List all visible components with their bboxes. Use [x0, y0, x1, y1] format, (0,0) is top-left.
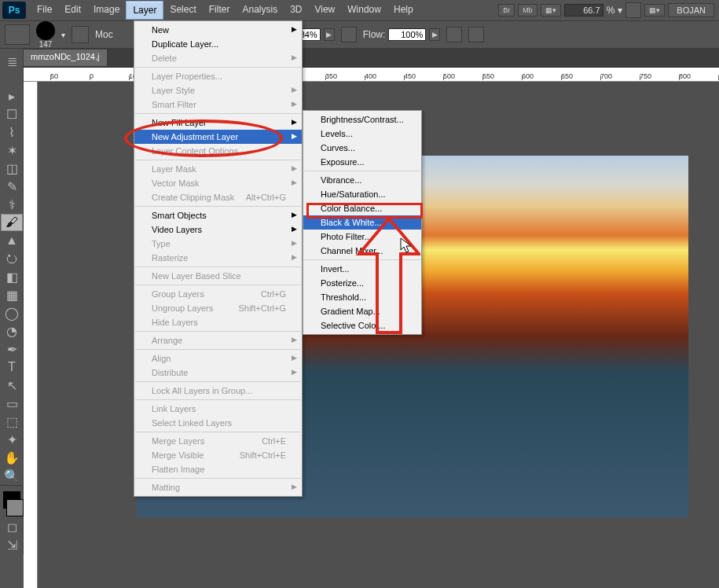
hand-tool[interactable]: ✋ [1, 449, 23, 466]
menuitem-select-linked-layers: Select Linked Layers [134, 416, 302, 430]
ps-handle-icon[interactable]: ≣ [1, 53, 23, 70]
subitem-color-balance-[interactable]: Color Balance... [303, 201, 421, 215]
menu-image[interactable]: Image [87, 1, 126, 20]
airbrush-icon[interactable] [446, 27, 462, 42]
menu-file[interactable]: File [31, 1, 58, 20]
path-tool[interactable]: ↖ [1, 377, 23, 394]
br-button[interactable]: Br [498, 4, 515, 17]
menuitem-smart-filter: Smart Filter▶ [134, 97, 302, 112]
document-tab-bar: mmzoNDc_1024.j [0, 49, 719, 68]
menuitem-layer-mask: Layer Mask▶ [134, 162, 302, 176]
flow-flyout-icon[interactable]: ▶ [429, 28, 440, 41]
brush-preset-icon[interactable] [5, 24, 30, 45]
menu-filter[interactable]: Filter [203, 1, 237, 20]
menuitem-new-adjustment-layer[interactable]: New Adjustment Layer▶ [134, 130, 302, 144]
history-brush-tool[interactable]: ⭮ [1, 250, 23, 267]
move-tool[interactable]: ▸ [1, 87, 23, 105]
menuitem-align: Align▶ [134, 351, 302, 366]
menuitem-delete: Delete▶ [134, 51, 302, 65]
quickmask-icon[interactable]: ◻ [1, 518, 23, 535]
subitem-levels-[interactable]: Levels... [303, 127, 421, 141]
menu-analysis[interactable]: Analysis [236, 1, 284, 20]
subitem-black-white-[interactable]: Black & White... [303, 215, 421, 230]
subitem-posterize-[interactable]: Posterize... [303, 276, 421, 290]
blur-tool[interactable]: ◯ [1, 304, 23, 322]
lasso-tool[interactable]: ⌇ [1, 123, 23, 141]
subitem-threshold-[interactable]: Threshold... [303, 290, 421, 304]
menuitem-matting: Matting▶ [134, 480, 302, 494]
mode-label: Moc [95, 29, 113, 40]
brush-tool[interactable]: 🖌 [1, 214, 23, 231]
menu-bar: Ps FileEditImageLayerSelectFilterAnalysi… [0, 0, 719, 20]
subitem-hue-saturation-[interactable]: Hue/Saturation... [303, 187, 421, 201]
menuitem-hide-layers: Hide Layers [134, 315, 302, 329]
options-bar: 147 ▾ Moc ▶ Flow: ▶ [0, 20, 719, 49]
3d-tool[interactable]: ⬚ [1, 413, 23, 430]
pen-tool[interactable]: ✒ [1, 340, 23, 358]
document-tab[interactable]: mmzoNDc_1024.j [22, 49, 108, 67]
adjustment-submenu: Brightness/Contrast...Levels...Curves...… [303, 110, 422, 335]
subitem-photo-filter-[interactable]: Photo Filter... [303, 230, 421, 244]
menu-3d[interactable]: 3D [284, 1, 308, 20]
menuitem-layer-properties-: Layer Properties... [134, 69, 302, 83]
subitem-vibrance-[interactable]: Vibrance... [303, 173, 421, 187]
view-tool-icon[interactable] [625, 2, 641, 18]
brush-panel-icon[interactable] [72, 26, 89, 43]
tablet-opacity-icon[interactable] [341, 27, 357, 42]
menuitem-lock-all-layers-in-group-: Lock All Layers in Group... [134, 384, 302, 398]
menuitem-new-fill-layer[interactable]: New Fill Layer▶ [134, 116, 302, 130]
menuitem-rasterize: Rasterize▶ [134, 251, 302, 265]
menu-select[interactable]: Select [163, 1, 202, 20]
screen-mode-button[interactable]: ▦▾ [644, 4, 665, 17]
user-label[interactable]: BOJAN [668, 3, 714, 17]
menuitem-vector-mask: Vector Mask▶ [134, 176, 302, 190]
ruler-vertical [24, 82, 38, 588]
subitem-gradient-map-[interactable]: Gradient Map... [303, 304, 421, 318]
mb-button[interactable]: Mb [518, 4, 537, 17]
menu-help[interactable]: Help [387, 1, 420, 20]
subitem-selective-color-[interactable]: Selective Color... [303, 318, 421, 333]
subitem-exposure-[interactable]: Exposure... [303, 155, 421, 169]
screenmode-icon[interactable]: ⇲ [1, 536, 23, 553]
crop-tool[interactable]: ◫ [1, 160, 23, 177]
menuitem-create-clipping-mask: Create Clipping MaskAlt+Ctrl+G [134, 190, 302, 204]
menuitem-merge-layers: Merge LayersCtrl+E [134, 434, 302, 448]
menuitem-link-layers: Link Layers [134, 402, 302, 416]
dodge-tool[interactable]: ◔ [1, 322, 23, 340]
subitem-curves-[interactable]: Curves... [303, 141, 421, 155]
menuitem-group-layers: Group LayersCtrl+G [134, 287, 302, 301]
menuitem-smart-objects[interactable]: Smart Objects▶ [134, 208, 302, 222]
magic-wand-tool[interactable]: ✶ [1, 141, 23, 159]
menu-window[interactable]: Window [341, 1, 387, 20]
tablet-size-icon[interactable] [468, 27, 484, 42]
menu-view[interactable]: View [308, 1, 341, 20]
3d-camera-tool[interactable]: ✦ [1, 431, 23, 448]
opacity-flyout-icon[interactable]: ▶ [324, 28, 335, 41]
shape-tool[interactable]: ▭ [1, 395, 23, 412]
menuitem-layer-style: Layer Style▶ [134, 83, 302, 97]
brush-size-picker[interactable]: 147 [36, 21, 55, 49]
subitem-brightness-contrast-[interactable]: Brightness/Contrast... [303, 112, 421, 127]
view-extras-button[interactable]: ▦▾ [541, 4, 561, 17]
menuitem-new[interactable]: New▶ [134, 23, 302, 37]
marquee-tool[interactable]: ☐ [1, 105, 23, 123]
subitem-channel-mixer-[interactable]: Channel Mixer... [303, 244, 421, 258]
menuitem-layer-content-options-: Layer Content Options... [134, 144, 302, 158]
background-color[interactable] [6, 499, 24, 516]
eraser-tool[interactable]: ◧ [1, 268, 23, 285]
zoom-input[interactable] [564, 4, 603, 17]
menuitem-video-layers[interactable]: Video Layers▶ [134, 222, 302, 237]
ps-logo-icon: Ps [2, 2, 26, 19]
clone-stamp-tool[interactable]: ▲ [1, 232, 23, 249]
type-tool[interactable]: T [1, 358, 23, 376]
ruler-horizontal: 5001001502002503003504004505005506006507… [24, 68, 719, 82]
gradient-tool[interactable]: ▦ [1, 286, 23, 303]
eyedropper-tool[interactable]: ✎ [1, 178, 23, 195]
zoom-tool[interactable]: 🔍 [1, 467, 23, 484]
menu-edit[interactable]: Edit [58, 1, 87, 20]
subitem-invert-[interactable]: Invert... [303, 262, 421, 276]
menu-layer[interactable]: Layer [126, 1, 163, 20]
menuitem-duplicate-layer-[interactable]: Duplicate Layer... [134, 37, 302, 51]
healing-brush-tool[interactable]: ⚕ [1, 196, 23, 213]
flow-input[interactable] [388, 28, 426, 41]
